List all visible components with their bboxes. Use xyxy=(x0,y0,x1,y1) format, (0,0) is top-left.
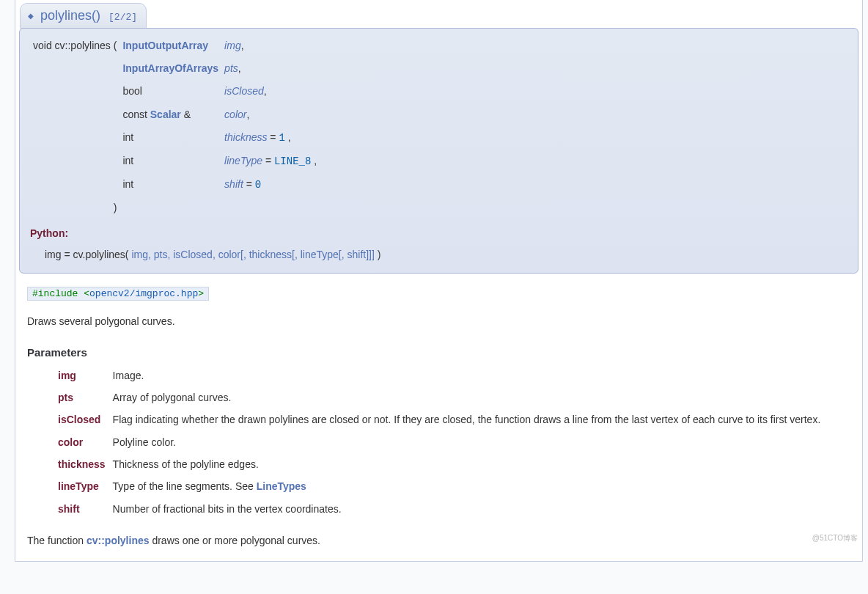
function-title: ◆ polylines() [2/2] xyxy=(20,3,147,29)
python-heading: Python: xyxy=(30,224,858,243)
param-row: isClosed Flag indicating whether the dra… xyxy=(58,408,846,430)
proto-row: int thickness = 1 , xyxy=(30,126,320,150)
param-row: img Image. xyxy=(58,364,846,386)
param-row: pts Array of polygonal curves. xyxy=(58,386,846,408)
type-link[interactable]: InputOutputArray xyxy=(122,40,208,51)
proto-row: const Scalar & color, xyxy=(30,103,320,126)
python-signature: img = cv.polylines( img, pts, isClosed, … xyxy=(45,246,858,264)
overload-indicator: [2/2] xyxy=(108,12,137,23)
brief-description: Draws several polygonal curves. xyxy=(27,315,850,327)
prototype-block: void cv::polylines ( InputOutputArray im… xyxy=(19,28,858,274)
proto-lead: void cv::polylines ( xyxy=(30,34,119,57)
parameters-heading: Parameters xyxy=(27,346,850,359)
description-block: #include <opencv2/imgproc.hpp> Draws sev… xyxy=(15,274,862,546)
bullet-icon: ◆ xyxy=(28,12,34,20)
parameters-table: img Image. pts Array of polygonal curves… xyxy=(58,364,846,520)
watermark: @51CTO博客 xyxy=(812,533,858,543)
type-link[interactable]: Scalar xyxy=(150,109,181,120)
proto-row: void cv::polylines ( InputOutputArray im… xyxy=(30,34,320,57)
param-row: lineType Type of the line segments. See … xyxy=(58,475,846,497)
footer-description: The function cv::polylines draws one or … xyxy=(27,535,850,546)
function-permalink[interactable]: polylines() xyxy=(40,8,100,23)
param-row: shift Number of fractional bits in the v… xyxy=(58,498,846,520)
param-row: color Polyline color. xyxy=(58,431,846,453)
proto-row: int shift = 0 xyxy=(30,173,320,197)
type-link[interactable]: InputArrayOfArrays xyxy=(122,62,218,74)
cpp-prototype: void cv::polylines ( InputOutputArray im… xyxy=(30,34,320,220)
doc-container: ◆ polylines() [2/2] void cv::polylines (… xyxy=(15,0,863,562)
include-directive: #include <opencv2/imgproc.hpp> xyxy=(27,287,209,301)
proto-row: ) xyxy=(30,197,320,219)
proto-row: int lineType = LINE_8 , xyxy=(30,150,320,173)
proto-row: bool isClosed, xyxy=(30,80,320,103)
cv-polylines-link[interactable]: cv::polylines xyxy=(87,535,150,546)
linetypes-link[interactable]: LineTypes xyxy=(257,480,306,492)
proto-row: InputArrayOfArrays pts, xyxy=(30,57,320,80)
param-row: thickness Thickness of the polyline edge… xyxy=(58,453,846,475)
